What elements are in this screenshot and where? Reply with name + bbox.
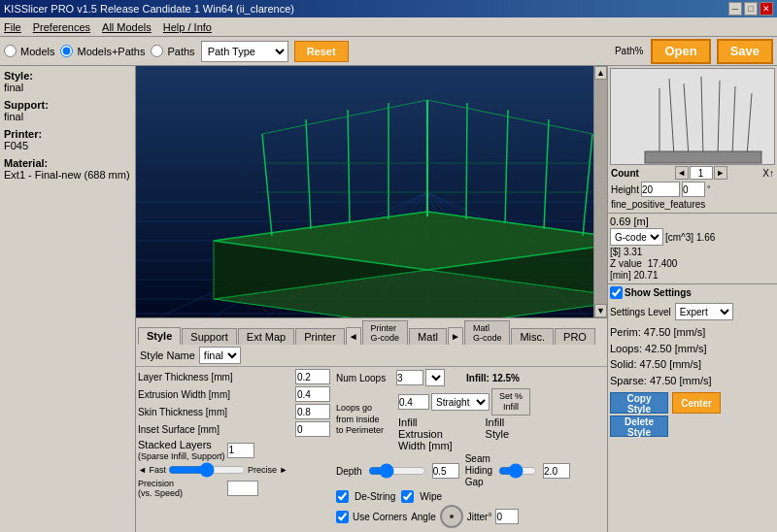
path-type-select[interactable]: Path Type: [201, 41, 288, 62]
save-button[interactable]: Save: [717, 39, 773, 64]
infill-width-input[interactable]: [398, 394, 429, 410]
cost-row: [$] 3.31: [610, 247, 775, 257]
3d-viewport-svg: [136, 66, 593, 317]
skin-thickness-label: Skin Thickness [mm]: [138, 407, 293, 417]
depth-slider[interactable]: [368, 464, 426, 478]
tab-scroll-left[interactable]: ◄: [346, 327, 361, 345]
settings-level-select[interactable]: Expert: [675, 303, 733, 320]
zvalue-value: 17.400: [648, 258, 678, 269]
material-value: Ext1 - Final-new (688 mm): [4, 169, 131, 181]
radio-paths-group[interactable]: Paths: [151, 45, 194, 57]
tab-ext-map[interactable]: Ext Map: [238, 328, 294, 345]
material-title: Material:: [4, 157, 131, 169]
show-settings-label: Show Settings: [625, 287, 692, 298]
inset-surface-row: Inset Surface [mm]: [138, 421, 332, 437]
tab-support[interactable]: Support: [182, 328, 237, 345]
infill-style-select[interactable]: Straight: [431, 393, 490, 411]
precision-input[interactable]: [227, 481, 258, 496]
height-row: Height °: [610, 181, 775, 198]
count-input[interactable]: [690, 166, 713, 180]
depth-input[interactable]: [432, 463, 459, 479]
tab-pro[interactable]: PRO: [555, 328, 595, 345]
height-input[interactable]: [641, 182, 680, 197]
preview-controls: Count ◄ ► X↑: [610, 165, 775, 181]
delete-style-button[interactable]: DeleteStyle: [610, 416, 668, 437]
count-decrement[interactable]: ◄: [675, 166, 689, 180]
layer-thickness-row: Layer Thickness [mm]: [138, 369, 332, 384]
style-section: Style: final: [4, 70, 131, 93]
menu-all-models[interactable]: All Models: [102, 21, 152, 33]
radio-models[interactable]: [4, 45, 17, 57]
speed-info: Perim: 47.50 [mm/s] Loops: 42.50 [mm/s] …: [610, 324, 775, 388]
model-preview: [610, 68, 775, 165]
title-bar: KISSlicer PRO v1.5 Release Candidate 1 W…: [0, 0, 777, 17]
style-name-row: Style Name final: [136, 345, 607, 367]
destring-checkbox[interactable]: [336, 490, 349, 503]
tab-printer-gcode[interactable]: PrinterG-code: [362, 320, 409, 345]
radio-paths[interactable]: [151, 45, 163, 57]
deg-label: °: [707, 184, 711, 194]
radio-models-paths-group[interactable]: Models+Paths: [60, 45, 145, 57]
radio-models-group[interactable]: Models: [4, 45, 54, 57]
reset-button[interactable]: Reset: [294, 41, 349, 62]
tab-matl-gcode[interactable]: MatlG-code: [464, 320, 511, 345]
toolbar: Models Models+Paths Paths Path Type Rese…: [0, 37, 777, 66]
fast-precise-slider[interactable]: [168, 463, 246, 477]
jitter-circle[interactable]: [440, 505, 463, 528]
use-corners-label: Use Corners: [353, 512, 407, 522]
seam-slider[interactable]: [498, 464, 537, 478]
set-infill-button[interactable]: Set %Infill: [491, 388, 530, 416]
num-loops-select[interactable]: ▼: [425, 369, 445, 386]
use-corners-checkbox[interactable]: [336, 511, 349, 523]
extrusion-width-row: Extrusion Width [mm]: [138, 386, 332, 402]
tab-matl[interactable]: Matl: [409, 328, 447, 345]
scroll-thumb[interactable]: [594, 80, 607, 304]
seam-hiding-label: Seam HidingGap: [465, 453, 492, 488]
infill-extrusion-width-label: Infill ExtrusionWidth [mm]: [398, 416, 464, 451]
tab-style[interactable]: Style: [138, 327, 181, 345]
3d-view[interactable]: ▲ ▼: [136, 66, 607, 317]
speed-sparse: Sparse: 47.50 [mm/s]: [610, 373, 775, 389]
action-buttons-row2: DeleteStyle: [610, 416, 775, 437]
show-settings-row: Show Settings: [610, 286, 775, 299]
style-dropdown[interactable]: final: [199, 347, 241, 364]
count-increment[interactable]: ►: [714, 166, 727, 180]
show-settings-checkbox[interactable]: [610, 286, 623, 299]
view-scrollbar[interactable]: ▲ ▼: [593, 66, 607, 317]
copy-style-button[interactable]: CopyStyle: [610, 392, 668, 414]
gcode-select[interactable]: G-code: [610, 228, 663, 246]
num-loops-input[interactable]: [396, 370, 423, 385]
layer-thickness-input[interactable]: [295, 369, 330, 384]
radio-models-paths[interactable]: [60, 45, 73, 57]
menu-preferences[interactable]: Preferences: [33, 21, 90, 33]
close-x[interactable]: X↑: [762, 168, 774, 179]
rotation-input[interactable]: [682, 182, 705, 197]
window-title: KISSlicer PRO v1.5 Release Candidate 1 W…: [4, 3, 294, 15]
menu-file[interactable]: File: [4, 21, 21, 33]
scroll-up-arrow[interactable]: ▲: [594, 66, 607, 80]
inset-surface-input[interactable]: [295, 421, 330, 437]
close-button[interactable]: ✕: [760, 2, 773, 16]
stacked-layers-input[interactable]: [227, 443, 254, 458]
seam-input[interactable]: [543, 463, 570, 479]
angle-label: Angle: [411, 512, 436, 522]
center-button[interactable]: Center: [672, 392, 721, 414]
tab-scroll-right[interactable]: ►: [448, 327, 463, 345]
scroll-down-arrow[interactable]: ▼: [594, 304, 607, 317]
path-pct-label: Path%: [615, 46, 643, 56]
skin-thickness-input[interactable]: [295, 404, 330, 419]
minimize-button[interactable]: ─: [728, 2, 742, 16]
radio-models-label: Models: [20, 46, 54, 57]
jitter-input[interactable]: [495, 509, 519, 524]
extrusion-width-input[interactable]: [295, 386, 330, 402]
action-buttons-row1: CopyStyle Center: [610, 392, 775, 414]
open-button[interactable]: Open: [651, 39, 710, 64]
wipe-checkbox[interactable]: [401, 490, 414, 503]
num-loops-label: Num Loops: [336, 373, 394, 383]
bottom-panel: Style Support Ext Map Printer ◄ PrinterG…: [136, 317, 607, 532]
maximize-button[interactable]: □: [744, 2, 758, 16]
radio-models-paths-label: Models+Paths: [77, 46, 145, 57]
tab-printer[interactable]: Printer: [295, 328, 344, 345]
tab-misc[interactable]: Misc.: [511, 328, 554, 345]
menu-help[interactable]: Help / Info: [163, 21, 212, 33]
